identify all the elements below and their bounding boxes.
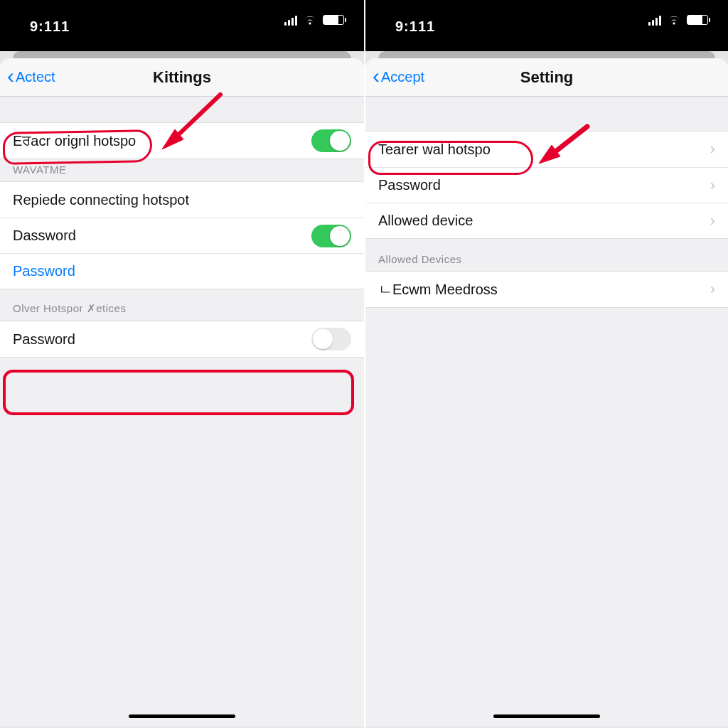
nav-bar: ‹ Actect Kittings	[0, 58, 364, 97]
row-password-toggle[interactable]: Password	[0, 321, 364, 357]
row-label: Allowed device	[378, 213, 710, 229]
status-indicators	[648, 14, 708, 26]
row-allowed-device[interactable]: Allowed device ›	[365, 203, 728, 238]
row-connecting-hotspot[interactable]: Repiede connecting hotspot	[0, 182, 364, 218]
toggle-dassword[interactable]	[311, 225, 351, 247]
row-label: Tearer wal hotspo	[378, 141, 710, 158]
row-label: Password	[13, 263, 351, 279]
section-header: Allowed Devices	[365, 239, 728, 271]
back-button[interactable]: ‹ Accept	[365, 69, 424, 85]
row-label: Dassword	[13, 228, 311, 244]
section-header: WAVATME	[0, 159, 364, 181]
row-label: Password	[378, 177, 710, 193]
chevron-right-icon: ›	[710, 176, 715, 195]
cellular-signal-icon	[284, 14, 297, 26]
status-time: 9:111	[30, 18, 70, 35]
section-header: Olver Hotspor ✗etices	[0, 289, 364, 321]
home-indicator	[129, 714, 235, 718]
cellular-signal-icon	[648, 14, 661, 26]
settings-sheet: ‹ Actect Kittings Eਰacr orignl hotspo WA…	[0, 58, 364, 727]
nav-bar: ‹ Accept Setting	[365, 58, 728, 97]
status-time: 9:111	[395, 18, 435, 35]
wifi-icon	[303, 14, 317, 26]
chevron-right-icon: ›	[710, 140, 715, 159]
status-bar: 9:111	[0, 0, 364, 51]
row-dassword[interactable]: Dassword	[0, 218, 364, 253]
back-button[interactable]: ‹ Actect	[0, 69, 55, 85]
battery-icon	[687, 15, 708, 25]
row-device[interactable]: ㄴEcwm Meedross ›	[365, 272, 728, 307]
row-hotspot[interactable]: Tearer wal hotspo ›	[365, 132, 728, 167]
back-label: Accept	[381, 69, 424, 85]
phone-left: 9:111 ‹ Actect Kittings Eਰacr orignl hot…	[0, 0, 364, 728]
chevron-right-icon: ›	[710, 280, 715, 299]
back-label: Actect	[16, 69, 55, 85]
battery-icon	[323, 15, 344, 25]
status-bar: 9:111	[365, 0, 728, 51]
toggle-hotspot[interactable]	[311, 129, 351, 152]
row-label: Repiede connecting hotspot	[13, 192, 351, 208]
wifi-icon	[667, 14, 681, 26]
row-password-link[interactable]: Password	[0, 253, 364, 289]
row-label: Eਰacr orignl hotspo	[13, 133, 311, 149]
chevron-right-icon: ›	[710, 212, 715, 230]
settings-sheet: ‹ Accept Setting Tearer wal hotspo › Pas…	[365, 58, 728, 727]
toggle-password[interactable]	[311, 328, 351, 350]
status-indicators	[284, 14, 344, 26]
row-label: Password	[13, 331, 311, 348]
row-label: ㄴEcwm Meedross	[378, 280, 710, 299]
row-enable-hotspot[interactable]: Eਰacr orignl hotspo	[0, 123, 364, 159]
row-password[interactable]: Password ›	[365, 167, 728, 203]
phone-right: 9:111 ‹ Accept Setting Tearer wal hotspo	[364, 0, 728, 728]
home-indicator	[493, 714, 600, 718]
